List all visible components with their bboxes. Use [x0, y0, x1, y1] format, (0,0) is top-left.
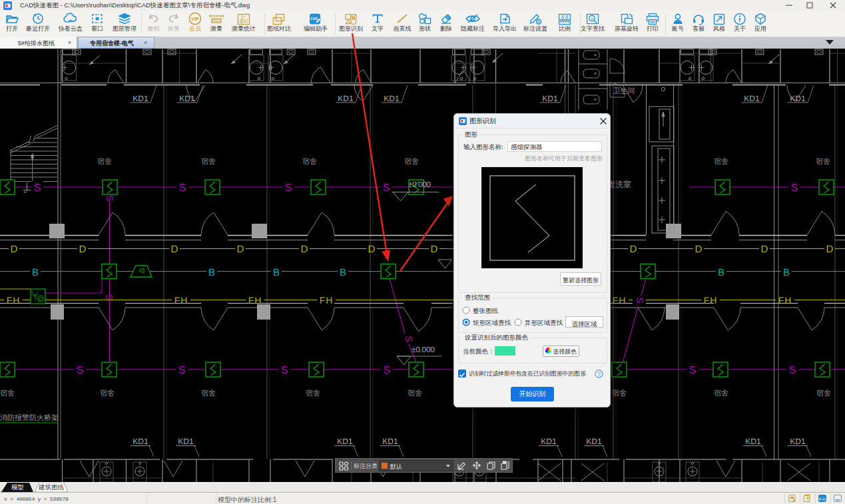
svg-text:S: S — [34, 182, 41, 194]
svg-text:宿舍: 宿舍 — [714, 157, 728, 166]
svg-text:D: D — [11, 244, 18, 255]
svg-text:D: D — [368, 244, 376, 255]
svg-text:D: D — [826, 244, 834, 255]
svg-text:KD1: KD1 — [790, 437, 806, 446]
svg-text:A:B: A:B — [561, 15, 568, 19]
svg-text:FH: FH — [248, 295, 262, 306]
svg-text:B: B — [718, 267, 724, 278]
svg-text:FH: FH — [613, 295, 627, 306]
svg-text:S: S — [179, 182, 186, 194]
svg-text:KD1: KD1 — [586, 437, 602, 446]
svg-text:S: S — [789, 365, 796, 376]
svg-text:宿舍: 宿舍 — [306, 389, 320, 397]
svg-text:S: S — [689, 365, 697, 376]
svg-text:±0.000: ±0.000 — [412, 345, 435, 354]
svg-text:宿舍: 宿舍 — [201, 389, 216, 397]
svg-text:宿舍: 宿舍 — [714, 389, 728, 397]
svg-text:宿舍: 宿舍 — [408, 389, 422, 397]
svg-text:S: S — [383, 182, 390, 194]
svg-text:S: S — [384, 365, 391, 376]
svg-text:38600: 38600 — [211, 19, 221, 23]
svg-text:D: D — [431, 244, 438, 255]
svg-text:FH: FH — [704, 295, 718, 306]
svg-text:B: B — [783, 267, 790, 278]
svg-text:D: D — [237, 244, 244, 255]
svg-text:消防报警防火桥架: 消防报警防火桥架 — [0, 413, 59, 422]
svg-text:KD1: KD1 — [338, 94, 354, 103]
svg-text:S: S — [635, 297, 645, 303]
svg-text:KD1: KD1 — [133, 94, 148, 103]
svg-text:宿舍: 宿舍 — [201, 157, 216, 166]
svg-text:S: S — [105, 195, 115, 201]
svg-text:KD1: KD1 — [179, 94, 195, 103]
svg-text:宿舍: 宿舍 — [97, 157, 112, 166]
svg-text:KD1: KD1 — [337, 437, 353, 446]
svg-text:S: S — [404, 336, 414, 342]
svg-text:S: S — [178, 365, 186, 376]
svg-text:FH: FH — [174, 295, 188, 306]
svg-text:?: ? — [597, 371, 601, 378]
svg-text:宿舍: 宿舍 — [0, 389, 15, 397]
svg-text:KD1: KD1 — [744, 94, 760, 103]
svg-text:B: B — [32, 267, 39, 278]
svg-text:FH: FH — [778, 295, 792, 306]
svg-text:宿舍: 宿舍 — [816, 389, 831, 397]
svg-text:FH: FH — [7, 295, 21, 306]
svg-text:KD1: KD1 — [745, 437, 761, 446]
svg-text:KD1: KD1 — [384, 94, 400, 103]
svg-text:宿舍: 宿舍 — [404, 157, 419, 166]
svg-text:B: B — [340, 267, 346, 278]
svg-text:A: A — [591, 17, 593, 21]
svg-text:D: D — [761, 244, 768, 255]
svg-text:宿舍: 宿舍 — [302, 157, 317, 166]
svg-text:B: B — [208, 267, 215, 278]
svg-text:卫生间: 卫生间 — [613, 87, 635, 95]
svg-text:宿舍: 宿舍 — [100, 389, 115, 397]
svg-text:CAD: CAD — [310, 16, 318, 20]
svg-text:KD1: KD1 — [542, 94, 558, 103]
svg-text:FH: FH — [320, 295, 334, 306]
svg-text:盥洗室: 盥洗室 — [607, 180, 631, 189]
svg-text:宿舍: 宿舍 — [612, 389, 627, 397]
svg-text:KD1: KD1 — [133, 437, 148, 446]
svg-text:D: D — [171, 244, 178, 255]
svg-text:S: S — [77, 365, 84, 376]
svg-text:D: D — [630, 244, 637, 255]
svg-text:P-O: P-O — [819, 497, 826, 501]
svg-text:S: S — [791, 182, 798, 194]
svg-text:±0.000: ±0.000 — [408, 180, 431, 189]
svg-text:D: D — [301, 244, 308, 255]
svg-text:S: S — [285, 182, 292, 194]
svg-text:宿舍: 宿舍 — [816, 157, 830, 166]
svg-text:KD1: KD1 — [541, 437, 557, 446]
svg-text:S: S — [281, 365, 288, 376]
svg-text:√ⁿ: √ⁿ — [242, 15, 245, 19]
svg-text:KD1: KD1 — [178, 437, 194, 446]
svg-text:B: B — [273, 267, 280, 278]
svg-text:KD1: KD1 — [382, 437, 398, 446]
svg-text:D: D — [79, 244, 87, 255]
svg-text:D: D — [695, 244, 703, 255]
